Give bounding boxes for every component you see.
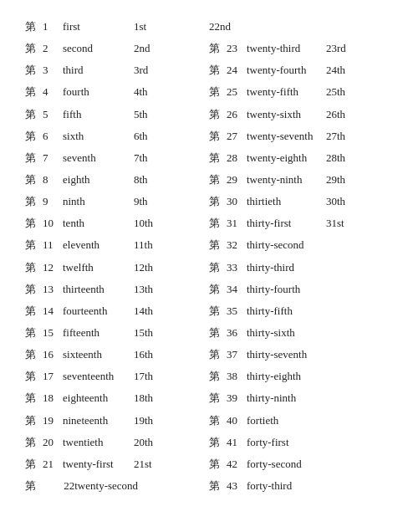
zh-label: 第	[209, 259, 224, 276]
abbr-label: 9th	[134, 193, 157, 210]
num-label: 23	[227, 40, 243, 57]
num-label: 16	[43, 346, 59, 363]
zh-label: 第	[25, 193, 40, 210]
zh-label: 第	[25, 106, 40, 123]
list-item: 第 8 eighth 8th	[25, 170, 209, 190]
zh-label: 第	[25, 346, 40, 363]
zh-label: 第	[25, 171, 40, 188]
zh-label: 第	[25, 412, 40, 429]
word-label: twenty-eighth	[247, 150, 326, 166]
list-item: 第 23 twenty-third 23rd	[209, 38, 393, 59]
num-label: 27	[227, 128, 243, 145]
word-label: thirtieth	[247, 193, 326, 210]
list-item: 第 28 twenty-eighth 28th	[209, 148, 393, 168]
abbr-label: 28th	[326, 150, 345, 166]
num-label: 20	[43, 434, 59, 451]
word-label: twenty-ninth	[247, 171, 326, 188]
zh-label: 第	[25, 18, 40, 35]
list-item: 第 22twenty-second	[25, 476, 209, 496]
zh-label: 第	[25, 325, 40, 341]
word-label: thirty-fifth	[247, 303, 326, 320]
num-label: 25	[227, 84, 243, 100]
zh-label: 第	[25, 281, 40, 298]
word-label: seventeenth	[63, 368, 134, 385]
word-label: fourth	[63, 84, 134, 100]
list-item: 第 13 thirteenth 13th	[25, 279, 209, 299]
list-item: 第 42 forty-second	[209, 454, 393, 474]
num-label: 41	[227, 434, 243, 451]
num-label: 39	[227, 390, 243, 407]
abbr-label: 16th	[134, 346, 157, 363]
word-label: thirteenth	[63, 281, 134, 298]
num-label: 29	[227, 171, 243, 188]
zh-label: 第	[209, 368, 224, 385]
abbr-label: 27th	[326, 128, 345, 145]
left-column: 第 1 first 1st 第 2 second 2nd 第 3 third 3…	[25, 17, 209, 496]
abbr-label: 6th	[134, 128, 157, 145]
zh-label: 第	[209, 281, 224, 298]
word-label: twenty-first	[63, 456, 134, 473]
zh-label: 第	[209, 215, 224, 232]
zh-label: 第	[25, 150, 40, 166]
num-label: 12	[43, 259, 59, 276]
num-label: 34	[227, 281, 243, 298]
num-label: 42	[227, 456, 243, 473]
abbr-label: 20th	[134, 434, 157, 451]
word-label: thirty-first	[247, 215, 326, 232]
num-label: 18	[43, 390, 59, 407]
list-item: 第 30 thirtieth 30th	[209, 192, 393, 212]
list-item: 第 27 twenty-seventh 27th	[209, 126, 393, 146]
abbr-label: 11th	[134, 237, 157, 253]
abbr-label: 21st	[134, 456, 157, 473]
num-label: 19	[43, 412, 59, 429]
list-item: 第 31 thirty-first 31st	[209, 213, 393, 233]
zh-label: 第	[209, 346, 224, 363]
zh-label: 第	[25, 390, 40, 407]
zh-label: 第	[209, 412, 224, 429]
abbr-label: 23rd	[326, 40, 346, 57]
zh-label: 第	[209, 456, 224, 473]
num-label: 9	[43, 193, 59, 210]
num-label: 6	[43, 128, 59, 145]
num-label: 31	[227, 215, 243, 232]
num-label: 37	[227, 346, 243, 363]
list-item: 第 29 twenty-ninth 29th	[209, 170, 393, 190]
word-label: second	[63, 40, 134, 57]
main-content: 第 1 first 1st 第 2 second 2nd 第 3 third 3…	[25, 17, 393, 496]
word-label: twenty-fifth	[247, 84, 326, 100]
zh-label: 第	[25, 478, 36, 494]
abbr-label: 31st	[326, 215, 344, 232]
list-item: 第 41 forty-first	[209, 432, 393, 453]
num-label: 32	[227, 237, 243, 253]
zh-label: 第	[25, 128, 40, 145]
abbr-label: 4th	[134, 84, 157, 100]
word-label: fifth	[63, 106, 134, 123]
list-item: 第 4 fourth 4th	[25, 82, 209, 102]
list-item: 第 25 twenty-fifth 25th	[209, 82, 393, 102]
zh-label: 第	[209, 390, 224, 407]
word-label: seventh	[63, 150, 134, 166]
zh-label: 第	[209, 478, 224, 494]
abbr-label: 15th	[134, 325, 157, 341]
list-item: 第 17 seventeenth 17th	[25, 366, 209, 386]
abbr-label: 19th	[134, 412, 157, 429]
abbr-label: 29th	[326, 171, 345, 188]
list-item: 第 5 fifth 5th	[25, 105, 209, 125]
word-label: thirty-seventh	[247, 346, 326, 363]
zh-label: 第	[25, 434, 40, 451]
word-label: eighth	[63, 171, 134, 188]
word-label: first	[63, 18, 134, 35]
word-label: ninth	[63, 193, 134, 210]
word-label: forty-second	[247, 456, 326, 473]
abbr-label: 5th	[134, 106, 157, 123]
list-item: 第 20 twentieth 20th	[25, 432, 209, 453]
num-label: 2	[43, 40, 59, 57]
list-item: 第 21 twenty-first 21st	[25, 454, 209, 474]
right-column: 22nd 第 23 twenty-third 23rd 第 24 twenty-…	[209, 17, 393, 496]
num-label: 13	[43, 281, 59, 298]
num-label: 3	[43, 62, 59, 79]
zh-label: 第	[209, 171, 224, 188]
word-label: eleventh	[63, 237, 134, 253]
word-label: third	[63, 62, 134, 79]
list-item: 第 37 thirty-seventh	[209, 345, 393, 365]
